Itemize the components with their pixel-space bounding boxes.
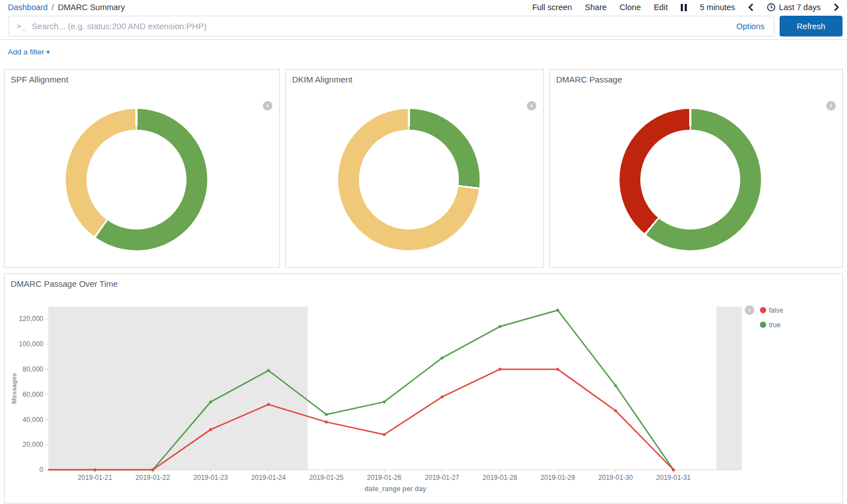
series-point-true[interactable] xyxy=(209,401,212,404)
series-point-true[interactable] xyxy=(440,356,443,359)
x-tick-label: 2019-01-29 xyxy=(540,474,575,482)
legend-dot-true-icon xyxy=(760,322,766,328)
x-tick-label: 2019-01-26 xyxy=(367,474,402,482)
y-tick-label: 20,000 xyxy=(22,441,43,448)
y-tick-label: 100,000 xyxy=(19,340,44,348)
y-axis-title: Messages xyxy=(11,373,17,404)
time-range-label: Last 7 days xyxy=(779,3,821,12)
refresh-button[interactable]: Refresh xyxy=(780,16,843,36)
donut-hole xyxy=(640,130,740,230)
x-tick-label: 2019-01-25 xyxy=(309,474,344,482)
donut-hole xyxy=(359,130,459,230)
time-range-picker[interactable]: Last 7 days xyxy=(767,3,821,12)
top-navigation-bar: Dashboard / DMARC Summary Full screen Sh… xyxy=(0,0,847,15)
panel-title: DMARC Passage xyxy=(550,70,629,89)
legend-item-false[interactable]: false xyxy=(760,305,783,315)
panel-collapse-chevron-icon[interactable]: ‹ xyxy=(263,101,272,111)
series-point-false[interactable] xyxy=(151,468,154,471)
menu-full-screen[interactable]: Full screen xyxy=(532,3,572,12)
series-point-false[interactable] xyxy=(614,409,617,412)
y-tick-label: 0 xyxy=(39,466,43,474)
series-point-true[interactable] xyxy=(325,413,327,416)
series-point-false[interactable] xyxy=(440,396,443,398)
x-tick-label: 2019-01-21 xyxy=(78,474,112,482)
x-tick-label: 2019-01-23 xyxy=(193,474,228,482)
panel-dmarc-passage-over-time: DMARC Passage Over Time 020,00040,00060,… xyxy=(4,273,843,503)
series-point-false[interactable] xyxy=(93,468,96,471)
query-prompt-icon: >_ xyxy=(17,22,26,30)
menu-edit[interactable]: Edit xyxy=(654,3,668,12)
plus-icon: + xyxy=(46,48,51,56)
series-point-false[interactable] xyxy=(382,433,385,436)
legend-dot-false-icon xyxy=(760,307,766,313)
x-tick-label: 2019-01-22 xyxy=(135,474,170,482)
y-tick-label: 120,000 xyxy=(19,315,44,323)
page-title: DMARC Summary xyxy=(58,3,125,12)
y-tick-label: 60,000 xyxy=(22,391,43,398)
x-tick-label: 2019-01-24 xyxy=(251,474,286,482)
x-tick-label: 2019-01-28 xyxy=(482,474,517,482)
time-back-chevron-icon[interactable] xyxy=(748,3,754,11)
series-point-true[interactable] xyxy=(267,369,270,372)
filter-bar: Add a filter+ xyxy=(8,48,50,56)
breadcrumb-dashboard-link[interactable]: Dashboard xyxy=(8,3,48,12)
chart-legend: false true xyxy=(760,305,783,335)
add-filter-label: Add a filter xyxy=(8,48,44,56)
timeline-line-chart[interactable]: 020,00040,00060,00080,000100,000120,0002… xyxy=(4,274,843,503)
kibana-dashboard-page: Dashboard / DMARC Summary Full screen Sh… xyxy=(0,0,847,504)
panel-title: SPF Allignment xyxy=(4,70,75,89)
pause-icon[interactable] xyxy=(681,4,687,11)
series-point-true[interactable] xyxy=(556,309,559,311)
dashboard-menu: Full screen Share Clone Edit 5 minutes L… xyxy=(532,3,839,12)
legend-label: false xyxy=(769,306,783,314)
partial-data-band xyxy=(716,306,742,470)
legend-toggle-chevron-icon[interactable]: › xyxy=(745,305,754,315)
panel-collapse-chevron-icon[interactable]: ‹ xyxy=(826,101,836,111)
partial-data-band xyxy=(48,306,308,470)
series-point-true[interactable] xyxy=(382,401,385,404)
panel-title: DKIM Alignment xyxy=(286,70,359,89)
series-point-false[interactable] xyxy=(498,368,501,370)
legend-label: true xyxy=(769,321,781,329)
series-point-true[interactable] xyxy=(498,325,501,328)
menu-share[interactable]: Share xyxy=(585,3,607,12)
panel-collapse-chevron-icon[interactable]: ‹ xyxy=(527,101,536,111)
refresh-interval-link[interactable]: 5 minutes xyxy=(700,3,735,12)
time-forward-chevron-icon[interactable] xyxy=(834,3,839,11)
add-filter-link[interactable]: Add a filter+ xyxy=(8,48,50,56)
menu-clone[interactable]: Clone xyxy=(620,3,641,12)
breadcrumb-separator: / xyxy=(52,3,54,12)
series-point-false[interactable] xyxy=(672,468,675,471)
options-link[interactable]: Options xyxy=(736,22,764,31)
dmarc-donut-chart[interactable] xyxy=(620,109,761,250)
spf-donut-chart[interactable] xyxy=(66,109,207,250)
legend-item-true[interactable]: true xyxy=(760,320,783,329)
dkim-donut-chart[interactable] xyxy=(338,109,480,250)
y-tick-label: 80,000 xyxy=(22,365,43,373)
x-tick-label: 2019-01-31 xyxy=(656,474,691,482)
y-tick-label: 40,000 xyxy=(22,416,43,424)
x-tick-label: 2019-01-30 xyxy=(598,474,633,482)
panel-spf-alignment: SPF Allignment ‹ xyxy=(4,69,280,268)
series-point-true[interactable] xyxy=(614,384,617,387)
query-bar-row: >_ Options Refresh xyxy=(0,15,847,40)
donut-hole xyxy=(86,130,186,230)
clock-icon xyxy=(767,3,776,12)
series-point-false[interactable] xyxy=(325,420,327,423)
series-point-false[interactable] xyxy=(556,368,559,370)
query-input-container: >_ Options xyxy=(8,16,775,36)
series-point-false[interactable] xyxy=(267,403,270,406)
x-tick-label: 2019-01-27 xyxy=(425,474,459,482)
breadcrumb: Dashboard / DMARC Summary xyxy=(8,3,125,12)
x-axis-title: date_range per day xyxy=(365,485,426,493)
panel-dmarc-passage: DMARC Passage ‹ xyxy=(549,69,843,268)
series-point-false[interactable] xyxy=(209,428,212,431)
panel-dkim-alignment: DKIM Alignment ‹ xyxy=(285,69,544,268)
search-input[interactable] xyxy=(32,21,736,31)
